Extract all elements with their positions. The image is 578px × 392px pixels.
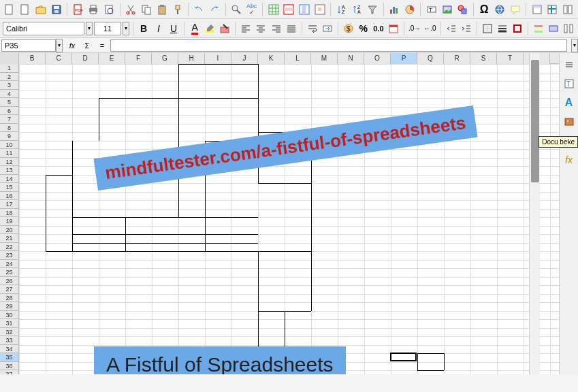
split-icon[interactable]: [561, 2, 575, 17]
gallery-icon[interactable]: [562, 114, 577, 129]
spellcheck-icon[interactable]: Abc✓: [244, 2, 259, 17]
row-header-27[interactable]: 27: [0, 285, 19, 294]
column-header-R[interactable]: R: [444, 53, 470, 64]
sidebar-toggle-icon[interactable]: [562, 57, 577, 72]
autofilter-icon[interactable]: [366, 2, 380, 17]
column-header-K[interactable]: K: [258, 53, 285, 64]
column-header-H[interactable]: H: [178, 53, 205, 64]
functions-icon[interactable]: fx: [562, 152, 577, 167]
column-header-N[interactable]: N: [338, 53, 364, 64]
borders-icon[interactable]: [481, 21, 494, 36]
row-header-16[interactable]: 16: [0, 192, 19, 201]
row-header-14[interactable]: 14: [0, 175, 19, 184]
merge-cells-icon[interactable]: [321, 21, 334, 36]
font-name-dropdown[interactable]: ▾: [86, 22, 93, 35]
open-icon[interactable]: [34, 2, 48, 17]
column-header-L[interactable]: L: [285, 53, 311, 64]
column-header-F[interactable]: F: [125, 53, 152, 64]
row-header-32[interactable]: 32: [0, 328, 19, 337]
formula-dropdown[interactable]: ▾: [571, 39, 578, 52]
row-header-23[interactable]: 23: [0, 251, 19, 260]
row-header-26[interactable]: 26: [0, 277, 19, 286]
copy-icon[interactable]: [140, 2, 154, 17]
column-header-T[interactable]: T: [497, 53, 524, 64]
column-header-I[interactable]: I: [205, 53, 231, 64]
select-all-corner[interactable]: [0, 53, 19, 64]
add-decimal-icon[interactable]: .0→: [408, 21, 421, 36]
cell-style-icon[interactable]: [547, 21, 560, 36]
formula-input[interactable]: [110, 39, 567, 52]
wrap-text-icon[interactable]: [306, 21, 319, 36]
row-header-29[interactable]: 29: [0, 302, 19, 311]
highlight-icon[interactable]: [203, 21, 216, 36]
cell-grid[interactable]: mindfultester.com/a-fistful-of-spreadshe…: [19, 64, 559, 374]
row-header-13[interactable]: 13: [0, 166, 19, 175]
cut-icon[interactable]: [124, 2, 138, 17]
columns-icon[interactable]: [562, 21, 575, 36]
row-header-34[interactable]: 34: [0, 345, 19, 354]
align-center-icon[interactable]: [254, 21, 268, 36]
pdf-icon[interactable]: PDF: [71, 2, 85, 17]
column-header-M[interactable]: M: [311, 53, 338, 64]
row-header-6[interactable]: 6: [0, 107, 19, 116]
undo-icon[interactable]: [192, 2, 206, 17]
image-icon[interactable]: [440, 2, 454, 17]
column-header-B[interactable]: B: [19, 53, 46, 64]
font-name-input[interactable]: [3, 22, 84, 35]
sort-desc-icon[interactable]: ZA: [350, 2, 364, 17]
column-header-G[interactable]: G: [152, 53, 178, 64]
number-icon[interactable]: 0.0: [372, 21, 385, 36]
row-header-3[interactable]: 3: [0, 81, 19, 90]
row-header-8[interactable]: 8: [0, 124, 19, 133]
border-color-icon[interactable]: [511, 21, 524, 36]
print-preview-icon[interactable]: [102, 2, 116, 17]
row-icon[interactable]: [282, 2, 296, 17]
font-color-icon[interactable]: A: [188, 21, 202, 36]
column-header-S[interactable]: S: [470, 53, 497, 64]
row-header-28[interactable]: 28: [0, 294, 19, 303]
sum-icon[interactable]: Σ: [80, 39, 94, 52]
special-char-icon[interactable]: Ω: [477, 2, 492, 17]
blank-icon[interactable]: [3, 2, 17, 17]
row-header-21[interactable]: 21: [0, 234, 19, 243]
underline-icon[interactable]: U: [167, 21, 180, 36]
border-style-icon[interactable]: [496, 21, 509, 36]
freeze-icon[interactable]: [545, 2, 560, 17]
remove-decimal-icon[interactable]: ←.0: [423, 21, 436, 36]
row-header-22[interactable]: 22: [0, 243, 19, 252]
properties-icon[interactable]: T: [562, 76, 577, 91]
bg-color-icon[interactable]: [218, 21, 231, 36]
italic-icon[interactable]: I: [152, 21, 165, 36]
comment-icon[interactable]: [508, 2, 522, 17]
chart-icon[interactable]: [387, 2, 402, 17]
row-header-1[interactable]: 1: [0, 64, 19, 73]
column-header-P[interactable]: P: [391, 53, 417, 64]
row-header-5[interactable]: 5: [0, 98, 19, 107]
new-doc-icon[interactable]: [18, 2, 33, 17]
decrease-indent-icon[interactable]: [445, 21, 458, 36]
row-header-15[interactable]: 15: [0, 183, 19, 192]
row-header-33[interactable]: 33: [0, 336, 19, 345]
styles-icon[interactable]: A: [562, 95, 577, 110]
save-icon[interactable]: [49, 2, 63, 17]
align-left-icon[interactable]: [239, 21, 253, 36]
row-header-37[interactable]: 37: [0, 370, 19, 374]
shapes-icon[interactable]: [455, 2, 470, 17]
increase-indent-icon[interactable]: [460, 21, 473, 36]
equals-icon[interactable]: =: [95, 39, 109, 52]
cell-reference-input[interactable]: [1, 39, 56, 52]
row-header-17[interactable]: 17: [0, 200, 19, 209]
row-header-24[interactable]: 24: [0, 260, 19, 269]
row-header-25[interactable]: 25: [0, 268, 19, 277]
column-icon[interactable]: [298, 2, 312, 17]
pivot-icon[interactable]: [403, 2, 417, 17]
sort-asc-icon[interactable]: AZ: [334, 2, 349, 17]
row-header-2[interactable]: 2: [0, 73, 19, 82]
bold-icon[interactable]: B: [137, 21, 150, 36]
row-header-20[interactable]: 20: [0, 226, 19, 235]
row-header-12[interactable]: 12: [0, 158, 19, 167]
column-header-J[interactable]: J: [231, 53, 258, 64]
row-header-31[interactable]: 31: [0, 319, 19, 328]
row-header-35[interactable]: 35: [0, 353, 19, 362]
row-header-9[interactable]: 9: [0, 132, 19, 141]
